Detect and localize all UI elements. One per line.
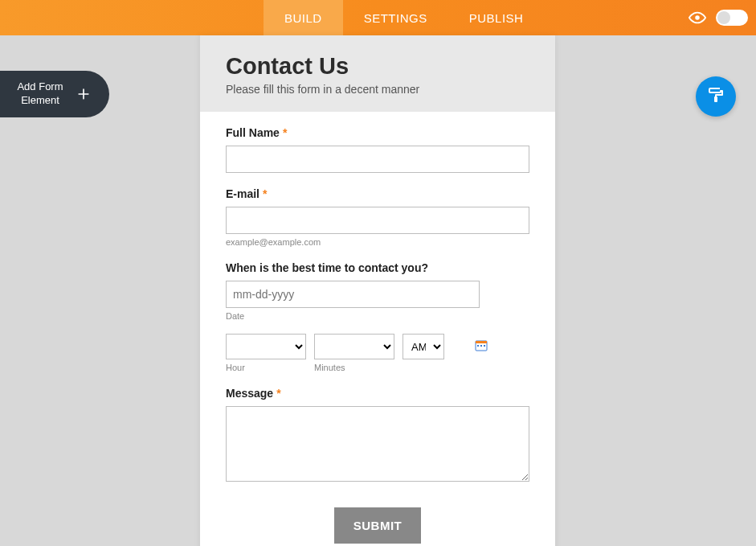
topbar-tabs: BUILD SETTINGS PUBLISH [264, 0, 544, 35]
submit-button[interactable]: SUBMIT [334, 507, 422, 544]
message-textarea[interactable] [226, 406, 529, 482]
required-asterisk: * [283, 126, 287, 139]
add-form-element-label: Add Form Element [13, 80, 67, 108]
topbar-right [689, 0, 748, 35]
hour-sublabel: Hour [226, 363, 306, 372]
paint-roller-icon [706, 85, 725, 108]
plus-icon [74, 84, 93, 104]
form-title: Contact Us [226, 53, 529, 80]
message-label-text: Message [226, 387, 273, 400]
field-message: Message* [226, 387, 529, 485]
full-name-input[interactable] [226, 146, 529, 173]
minutes-select[interactable] [314, 334, 394, 359]
date-sublabel: Date [226, 311, 529, 321]
email-sublabel: example@example.com [226, 237, 529, 247]
tab-publish[interactable]: PUBLISH [448, 0, 545, 35]
email-input[interactable] [226, 207, 529, 234]
topbar: BUILD SETTINGS PUBLISH [0, 0, 756, 35]
form-subtitle: Please fill this form in a decent manner [226, 83, 529, 96]
minutes-sublabel: Minutes [314, 363, 394, 372]
full-name-label: Full Name* [226, 126, 529, 139]
hour-select[interactable] [226, 334, 306, 359]
preview-icon[interactable] [689, 9, 706, 27]
svg-rect-5 [480, 345, 482, 347]
message-label: Message* [226, 387, 529, 400]
svg-rect-4 [477, 345, 479, 347]
email-label-text: E-mail [226, 187, 259, 200]
ampm-select[interactable]: AM [403, 334, 444, 359]
add-form-element-button[interactable]: Add Form Element [0, 71, 109, 117]
svg-point-0 [695, 15, 700, 20]
field-full-name: Full Name* [226, 126, 529, 173]
designer-fab-button[interactable] [696, 76, 736, 117]
svg-rect-1 [714, 96, 717, 102]
required-asterisk: * [263, 187, 267, 200]
calendar-icon[interactable] [475, 339, 488, 351]
date-input[interactable] [226, 281, 480, 308]
required-asterisk: * [276, 387, 280, 400]
submit-wrap: SUBMIT [226, 507, 529, 544]
time-row: Hour Minutes AM [226, 334, 529, 372]
full-name-label-text: Full Name [226, 126, 280, 139]
form-canvas: Contact Us Please fill this form in a de… [200, 35, 555, 546]
form-body: Full Name* E-mail* example@example.com W… [200, 112, 555, 546]
email-label: E-mail* [226, 187, 529, 200]
field-best-time: When is the best time to contact you? Da… [226, 261, 529, 372]
svg-rect-3 [476, 341, 487, 343]
field-email: E-mail* example@example.com [226, 187, 529, 247]
svg-rect-6 [484, 345, 485, 347]
best-time-label: When is the best time to contact you? [226, 261, 529, 274]
toggle-switch[interactable] [716, 10, 748, 26]
tab-build[interactable]: BUILD [264, 0, 343, 35]
form-header: Contact Us Please fill this form in a de… [200, 35, 555, 112]
tab-settings[interactable]: SETTINGS [343, 0, 448, 35]
